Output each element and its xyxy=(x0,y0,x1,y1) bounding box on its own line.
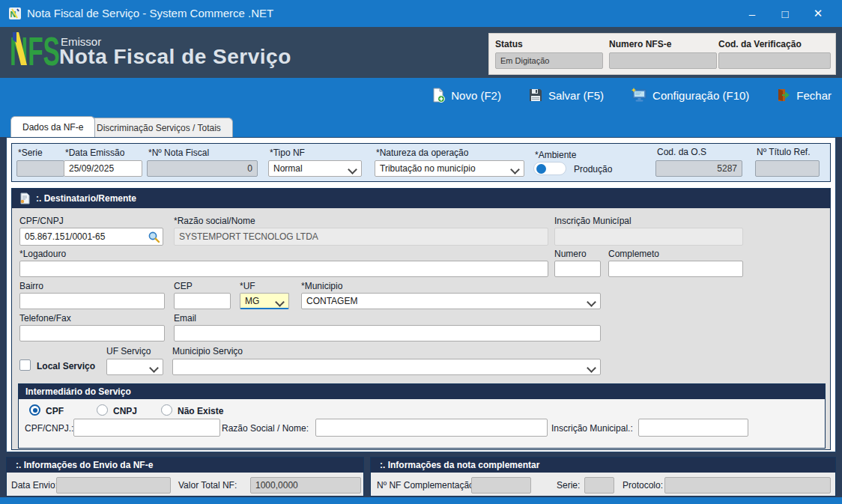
complementar-header-label: :. Informações da nota complementar xyxy=(380,460,539,470)
uf-select[interactable]: MG xyxy=(240,293,289,309)
data-emissao-label: *Data Emissão xyxy=(65,148,124,158)
chevron-down-icon xyxy=(348,165,357,174)
uf-value: MG xyxy=(245,296,259,306)
nfs-logo: NFS xyxy=(10,31,59,71)
numero-field[interactable] xyxy=(554,261,601,277)
valor-total-field: 1000,0000 xyxy=(250,477,361,494)
logradouro-label: *Logadouro xyxy=(19,249,66,259)
radio-cpf[interactable] xyxy=(29,404,40,416)
int-razao-social-field[interactable] xyxy=(315,419,548,437)
serie-field xyxy=(16,160,64,177)
close-button[interactable]: ✕ xyxy=(802,0,834,27)
cod-os-label: Cod. da O.S xyxy=(657,147,706,157)
document-icon xyxy=(19,192,31,204)
telefone-field[interactable] xyxy=(19,325,165,341)
municipio-label: *Municipio xyxy=(301,281,342,291)
natureza-value: Tributação no município xyxy=(380,163,476,174)
ambiente-label: *Ambiente xyxy=(535,150,576,160)
cpf-cnpj-value: 05.867.151/0001-65 xyxy=(25,231,105,242)
logradouro-field[interactable] xyxy=(19,261,548,277)
complementar-panel: :. Informações da nota complementar Nº N… xyxy=(370,457,836,497)
numero-label: Numero xyxy=(554,249,587,259)
int-cpf-cnpj-field[interactable] xyxy=(73,419,220,437)
int-cpf-cnpj-label: CPF/CNPJ.: xyxy=(25,423,73,434)
telefone-label: Telefone/Fax xyxy=(19,313,71,324)
nf-complementacao-label: Nº NF Complementação: xyxy=(377,480,476,491)
data-envio-label: Data Envio: xyxy=(11,480,58,491)
data-emissao-field[interactable]: 25/09/2025 xyxy=(64,160,142,177)
protocolo-field xyxy=(664,477,831,494)
radio-cnpj-label: CNPJ xyxy=(113,406,137,416)
exit-door-icon xyxy=(776,88,791,103)
cpf-cnpj-label: CPF/CNPJ xyxy=(19,216,64,226)
save-icon xyxy=(528,88,543,103)
chevron-down-icon xyxy=(149,363,159,373)
intermediario-header-label: Intermediário do Serviço xyxy=(25,386,131,397)
new-document-icon xyxy=(431,88,446,103)
tipo-nf-select[interactable]: Normal xyxy=(268,160,362,177)
radio-nao-existe[interactable] xyxy=(161,404,172,416)
email-field[interactable] xyxy=(174,325,601,341)
numero-nfse-field xyxy=(609,52,717,69)
natureza-select[interactable]: Tributação no município xyxy=(375,160,524,177)
novo-button[interactable]: Novo (F2) xyxy=(431,88,501,103)
complemento-field[interactable] xyxy=(608,261,743,277)
cep-field[interactable] xyxy=(174,293,231,309)
municipio-value: CONTAGEM xyxy=(306,296,357,306)
envio-panel: :. Informações do Envio da NF-e Data Env… xyxy=(6,457,364,497)
salvar-button[interactable]: Salvar (F5) xyxy=(528,88,604,103)
razao-social-label: *Razão social/Nome xyxy=(174,216,255,226)
bairro-field[interactable] xyxy=(19,293,165,309)
toggle-knob xyxy=(536,164,546,174)
municipio-select[interactable]: CONTAGEM xyxy=(301,293,601,309)
local-servico-label: Local Serviço xyxy=(37,361,95,371)
titulo-ref-label: Nº Título Ref. xyxy=(757,147,811,157)
cpf-cnpj-field[interactable]: 05.867.151/0001-65 xyxy=(19,228,163,246)
status-field: Em Digitação xyxy=(495,52,603,69)
tipo-nf-value: Normal xyxy=(273,163,303,174)
municipio-servico-label: Municipio Serviço xyxy=(172,346,243,356)
titulo-ref-field xyxy=(755,160,820,177)
local-servico-checkbox[interactable] xyxy=(19,359,31,371)
configuracao-button[interactable]: Configuração (F10) xyxy=(631,88,749,103)
window-bottom-border xyxy=(0,497,842,504)
destinatario-header-label: :. Destinatario/Remente xyxy=(36,193,136,204)
int-inscricao-municipal-label: Inscrição Municipal.: xyxy=(551,423,633,434)
email-label: Email xyxy=(174,313,196,324)
envio-header: :. Informações do Envio da NF-e xyxy=(7,458,363,473)
complemento-label: Complemeto xyxy=(608,249,659,259)
tabstrip: Dados da NF-e Discriminação Serviços / T… xyxy=(0,112,842,137)
salvar-button-label: Salvar (F5) xyxy=(548,89,604,102)
fechar-button[interactable]: Fechar xyxy=(776,88,832,103)
intermediario-panel: Intermediário do Serviço CPF CNPJ Não Ex… xyxy=(18,383,826,449)
complementar-header: :. Informações da nota complementar xyxy=(371,458,835,473)
tab-dados-da-nfe[interactable]: Dados da NF-e xyxy=(10,116,95,137)
radio-nao-existe-label: Não Existe xyxy=(178,406,223,416)
tabpage-dados: *Serie *Data Emissão 25/09/2025 *Nº Nota… xyxy=(6,137,836,452)
search-icon[interactable] xyxy=(148,231,160,243)
cod-os-field: 5287 xyxy=(655,160,742,177)
nf-complementacao-field xyxy=(471,477,531,494)
ambiente-toggle[interactable] xyxy=(533,162,566,175)
window-title: Nota Fiscal de Serviço - System Commerce… xyxy=(27,7,273,19)
minimize-button[interactable]: – xyxy=(736,0,768,27)
tab-discriminacao-servicos[interactable]: Discriminação Serviços / Totais xyxy=(85,118,233,137)
content-area: *Serie *Data Emissão 25/09/2025 *Nº Nota… xyxy=(0,137,842,504)
fechar-button-label: Fechar xyxy=(796,89,832,102)
envio-header-label: :. Informações do Envio da NF-e xyxy=(16,460,153,470)
valor-total-label: Valor Total NF: xyxy=(178,480,237,491)
monitor-config-icon xyxy=(631,88,647,103)
numero-nfse-label: Numero NFS-e xyxy=(609,39,671,49)
configuracao-button-label: Configuração (F10) xyxy=(652,89,749,102)
radio-cnpj[interactable] xyxy=(97,404,108,416)
maximize-button[interactable]: □ xyxy=(769,0,801,27)
serie-bottom-field xyxy=(584,477,614,494)
inscricao-municipal-field xyxy=(554,228,743,246)
num-nota-label: *Nº Nota Fiscal xyxy=(148,148,209,158)
uf-servico-select[interactable] xyxy=(106,359,163,375)
int-inscricao-municipal-field[interactable] xyxy=(638,419,748,437)
page-title: Nota Fiscal de Serviço xyxy=(59,45,291,69)
municipio-servico-select[interactable] xyxy=(172,359,601,375)
razao-social-field: SYSTEMPORT TECNOLOG LTDA xyxy=(174,228,548,246)
num-nota-field: 0 xyxy=(147,160,258,177)
